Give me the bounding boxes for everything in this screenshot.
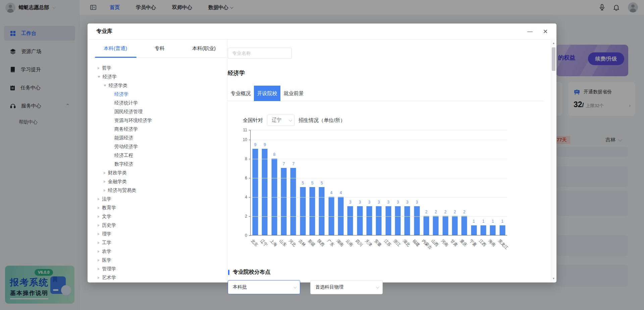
tree-node[interactable]: 经济工程 [93, 151, 227, 160]
minimize-button[interactable]: — [522, 24, 538, 40]
gridline [251, 197, 507, 197]
tree-node[interactable]: 经济学 [93, 90, 227, 99]
tree-node[interactable]: 文学 [93, 212, 227, 221]
tree-node[interactable]: 工学 [93, 238, 227, 247]
caret-right-icon[interactable] [98, 224, 100, 227]
caret-right-icon[interactable] [98, 268, 100, 270]
x-axis-label: 河北 [287, 238, 297, 248]
caret-right-icon[interactable] [98, 241, 100, 244]
detail-panel: 专业名称 经济学 专业概况开设院校就业前景 全国针对 辽宁 招生情况（单位/所）… [227, 40, 551, 282]
chart-slot: 2重庆 [460, 130, 469, 235]
detail-tab[interactable]: 就业前景 [280, 86, 307, 101]
tree-node[interactable]: 管理学 [93, 265, 227, 273]
chart-slot: 2内蒙古 [422, 130, 431, 235]
x-axis-label: 江苏 [383, 238, 392, 248]
y-axis-tick-mark [249, 140, 251, 140]
caret-right-icon[interactable] [104, 189, 106, 192]
bar-value-label: 5 [308, 181, 317, 185]
tree-node-label: 管理学 [102, 266, 116, 272]
tree-node[interactable]: 经济统计学 [93, 99, 227, 107]
y-axis-tick-mark [249, 197, 251, 197]
tree-node[interactable]: 理学 [93, 230, 227, 238]
tree-node[interactable]: 医学 [93, 256, 227, 265]
bar [414, 206, 420, 235]
x-axis-label: 天津 [364, 238, 373, 248]
bar-value-label: 4 [327, 190, 336, 195]
caret-right-icon[interactable] [98, 259, 100, 262]
caret-right-icon[interactable] [98, 250, 100, 253]
bar-value-label: 3 [345, 200, 355, 205]
caret-right-icon[interactable] [98, 67, 100, 70]
tree-node[interactable]: 经济学 [93, 73, 227, 81]
tree-node[interactable]: 能源经济 [93, 134, 227, 142]
caret-right-icon[interactable] [98, 276, 100, 279]
category-panel: 本科(普通)专科本科(职业) 哲学经济学经济学类经济学经济统计学国民经济管理资源… [93, 40, 227, 282]
tree-node[interactable]: 教育学 [93, 204, 227, 212]
caret-down-icon[interactable] [104, 85, 106, 87]
major-tree: 哲学经济学经济学类经济学经济统计学国民经济管理资源与环境经济学商务经济学能源经济… [93, 58, 227, 282]
chart-slot: 2河南 [441, 130, 450, 235]
caret-right-icon[interactable] [98, 233, 100, 235]
tree-node[interactable]: 哲学 [93, 64, 227, 73]
tree-node-label: 医学 [102, 257, 111, 263]
enrollment-bar-chart: 9北京9辽宁8上海7山东7河北5吉林5新疆5陕西4广东4湖南3云南3四川3天津3… [250, 130, 507, 235]
tree-node-label: 经济学 [103, 74, 117, 80]
y-axis-tick-mark [249, 216, 251, 217]
scroll-up-icon[interactable]: ▲ [551, 41, 556, 46]
y-axis-tick-label: 11 [243, 128, 247, 132]
tree-node[interactable]: 国民经济管理 [93, 107, 227, 116]
library-tab[interactable]: 本科(职业) [182, 45, 226, 52]
tree-node[interactable]: 金融学类 [93, 177, 227, 186]
bar [347, 206, 353, 235]
tree-node[interactable]: 艺术学 [93, 273, 227, 282]
caret-right-icon[interactable] [104, 172, 106, 174]
x-axis-label: 重庆 [459, 238, 468, 248]
major-search-input[interactable]: 专业名称 [228, 48, 292, 59]
chart-slot: 5陕西 [317, 130, 326, 235]
detail-tab[interactable]: 专业概况 [227, 86, 254, 101]
chart-slot: 2山西 [431, 130, 440, 235]
chevron-down-icon [289, 118, 292, 122]
tree-node[interactable]: 历史学 [93, 221, 227, 230]
chart-slot: 4广东 [327, 130, 336, 235]
tree-node[interactable]: 资源与环境经济学 [93, 116, 227, 125]
tree-node[interactable]: 农学 [93, 247, 227, 256]
chart-slot: 3浙江 [393, 130, 402, 235]
bar-value-label: 5 [317, 181, 326, 185]
tree-node[interactable]: 经济学类 [93, 81, 227, 90]
detail-tab[interactable]: 开设院校 [254, 86, 280, 101]
bar-value-label: 3 [374, 200, 383, 205]
chevron-down-icon [376, 285, 379, 289]
library-tab[interactable]: 本科(普通) [93, 45, 138, 52]
library-tab[interactable]: 专科 [138, 45, 182, 52]
chart-province-select[interactable]: 辽宁 [267, 115, 294, 126]
caret-right-icon[interactable] [104, 180, 106, 183]
caret-right-icon[interactable] [98, 198, 100, 201]
chart-slot: 1宁夏 [469, 130, 479, 235]
chart-header-prefix: 全国针对 [243, 117, 263, 124]
tree-node[interactable]: 法学 [93, 195, 227, 204]
modal-title: 专业库 [96, 28, 112, 35]
filter-select[interactable]: 本科批 [228, 280, 300, 294]
caret-down-icon[interactable] [98, 76, 100, 78]
bar-value-label: 7 [279, 162, 288, 166]
scroll-down-icon[interactable]: ▼ [551, 276, 556, 281]
caret-right-icon[interactable] [98, 215, 100, 218]
x-axis-label: 甘肃 [449, 238, 459, 248]
tree-node[interactable]: 商务经济学 [93, 125, 227, 134]
bar-value-label: 2 [460, 210, 469, 214]
bar [395, 206, 401, 235]
tree-node[interactable]: 劳动经济学 [93, 142, 227, 151]
bar-value-label: 2 [441, 210, 450, 214]
scrollbar-thumb[interactable] [552, 47, 555, 71]
modal-scrollbar[interactable]: ▲ ▼ [551, 40, 556, 282]
bar [433, 216, 439, 235]
caret-right-icon[interactable] [98, 207, 100, 209]
tree-node[interactable]: 数字经济 [93, 160, 227, 169]
x-axis-label: 浙江 [392, 238, 402, 248]
tree-node[interactable]: 经济与贸易类 [93, 186, 227, 195]
close-icon[interactable]: ✕ [538, 24, 553, 40]
tree-node[interactable]: 财政学类 [93, 169, 227, 177]
y-axis-tick-label: 4 [245, 195, 247, 200]
filter-select[interactable]: 首选科目物理 [310, 280, 383, 294]
